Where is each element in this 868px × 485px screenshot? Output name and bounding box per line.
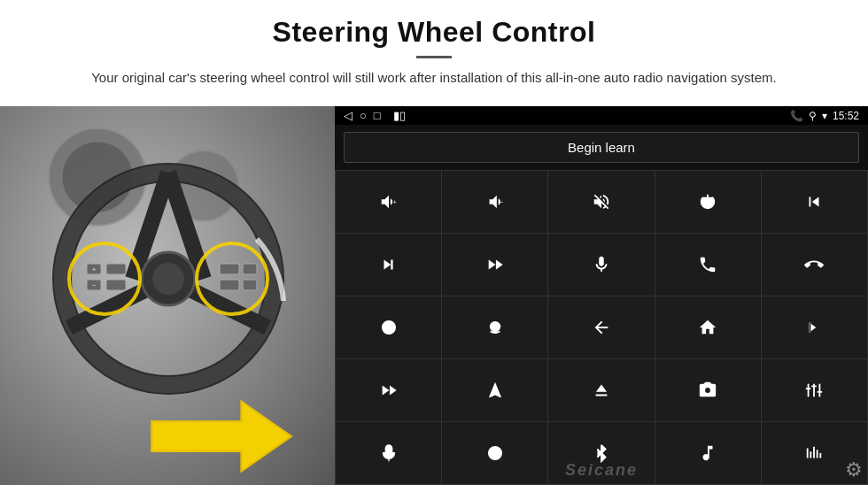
wifi-icon: ▾	[822, 110, 827, 122]
skip-backward-button[interactable]	[762, 296, 867, 358]
home-button[interactable]	[655, 296, 761, 358]
next-track-icon	[379, 255, 399, 274]
mic2-button[interactable]	[336, 422, 441, 484]
mic2-icon	[379, 443, 399, 463]
phone-button[interactable]	[655, 234, 761, 296]
fast-forward-button[interactable]	[442, 234, 547, 296]
svg-rect-20	[220, 264, 239, 274]
audio-levels-icon	[804, 443, 824, 463]
svg-text:360°: 360°	[492, 325, 501, 329]
title-divider	[416, 56, 452, 58]
phone-status-icon: 📞	[790, 110, 803, 122]
settings-button[interactable]	[442, 422, 547, 484]
bluetooth-button[interactable]	[548, 422, 654, 484]
power-icon	[698, 192, 717, 212]
header-section: Steering Wheel Control Your original car…	[0, 0, 868, 94]
direction-arrow	[142, 396, 301, 476]
gps-icon: ⚲	[809, 110, 817, 122]
settings-icon	[485, 443, 505, 463]
gear-settings-icon[interactable]: ⚙	[845, 458, 863, 481]
next-track-button[interactable]	[336, 234, 441, 296]
fast-forward2-button[interactable]	[336, 359, 441, 421]
eject-icon	[592, 381, 611, 400]
camera-button[interactable]	[655, 359, 761, 421]
back-nav-button[interactable]	[548, 296, 654, 358]
music-button[interactable]	[655, 422, 761, 484]
eject-button[interactable]	[548, 359, 654, 421]
prev-call-icon	[804, 192, 824, 212]
skip-backward-icon	[804, 318, 824, 337]
camera-icon	[698, 381, 717, 400]
equalizer-icon	[804, 381, 824, 400]
svg-text:+: +	[392, 198, 396, 206]
battery-icon: ▮▯	[393, 109, 406, 122]
equalizer-button[interactable]	[762, 359, 867, 421]
svg-point-39	[488, 447, 501, 460]
microphone-button[interactable]	[548, 234, 654, 296]
fast-forward-icon	[485, 255, 505, 274]
controls-grid: + −	[335, 170, 868, 485]
volume-up-button[interactable]: +	[336, 171, 441, 233]
status-left: ◁ ○ □ ▮▯	[344, 109, 406, 122]
svg-point-11	[152, 263, 184, 295]
page-title: Steering Wheel Control	[53, 16, 815, 49]
360-view-button[interactable]: 360°	[442, 296, 547, 358]
speaker-icon: SPK	[379, 318, 399, 337]
back-nav-icon	[592, 318, 611, 337]
svg-rect-18	[106, 280, 126, 290]
svg-rect-22	[243, 264, 257, 274]
mute-button[interactable]	[548, 171, 654, 233]
back-icon: ◁	[344, 109, 353, 122]
volume-down-button[interactable]: −	[442, 171, 547, 233]
android-head-unit: ◁ ○ □ ▮▯ 📞 ⚲ ▾ 15:52 Begin learn	[335, 106, 868, 485]
svg-rect-21	[220, 280, 239, 290]
fast-forward2-icon	[379, 381, 399, 400]
navigate-button[interactable]	[442, 359, 547, 421]
steering-wheel-photo: + −	[0, 106, 335, 485]
svg-text:−: −	[92, 282, 96, 289]
svg-rect-17	[106, 264, 126, 274]
phone-icon	[698, 255, 717, 274]
navigate-icon	[485, 381, 505, 400]
bluetooth-icon	[592, 443, 611, 463]
svg-text:+: +	[92, 266, 96, 273]
svg-rect-23	[243, 280, 257, 290]
recents-icon: □	[374, 109, 381, 122]
svg-text:SPK: SPK	[386, 328, 394, 333]
hang-up-button[interactable]	[762, 234, 867, 296]
volume-up-icon: +	[379, 192, 399, 212]
status-right: 📞 ⚲ ▾ 15:52	[790, 110, 859, 122]
microphone-icon	[592, 255, 611, 274]
status-bar: ◁ ○ □ ▮▯ 📞 ⚲ ▾ 15:52	[335, 106, 868, 125]
begin-learn-button[interactable]: Begin learn	[344, 132, 859, 163]
content-row: + − ◁	[0, 106, 868, 485]
time-display: 15:52	[833, 110, 859, 122]
steering-wheel-svg: + −	[27, 124, 310, 398]
page: Steering Wheel Control Your original car…	[0, 0, 868, 485]
power-button[interactable]	[655, 171, 761, 233]
subtitle-text: Your original car's steering wheel contr…	[89, 67, 779, 89]
svg-marker-24	[151, 402, 291, 472]
speaker-toggle-button[interactable]: SPK	[336, 296, 441, 358]
music-icon	[698, 443, 717, 463]
home-icon	[698, 318, 717, 337]
mute-icon	[592, 192, 611, 212]
360-icon: 360°	[485, 318, 505, 337]
begin-learn-section: Begin learn	[335, 125, 868, 170]
hang-up-icon	[804, 255, 824, 274]
prev-call-button[interactable]	[762, 171, 867, 233]
svg-text:−: −	[499, 198, 503, 206]
home-nav-icon: ○	[360, 109, 367, 122]
volume-down-icon: −	[485, 192, 505, 212]
